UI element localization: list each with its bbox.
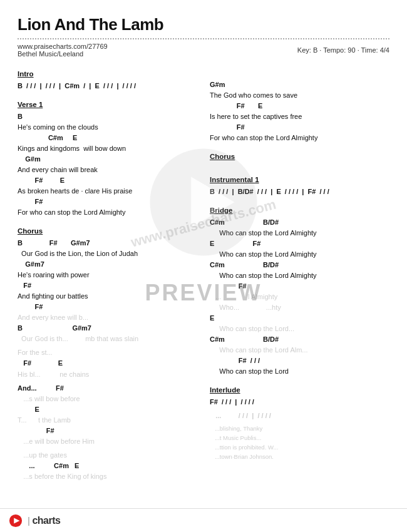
br-c6: C#m B/D# bbox=[210, 334, 389, 345]
bottom-logo-text: | charts bbox=[28, 515, 60, 526]
v1-l1: He's coming on the clouds bbox=[18, 122, 197, 133]
r-v1-c1: G#m bbox=[210, 79, 389, 90]
br-l6: Who can stop the Lord... bbox=[210, 324, 389, 334]
bottom-logo-prefix: | bbox=[28, 516, 29, 526]
ch-c9: F# bbox=[18, 426, 197, 436]
ch-c3: F# bbox=[18, 280, 197, 291]
v1-c5: F# bbox=[18, 197, 197, 207]
br-l8: Who can stop the Lord bbox=[210, 366, 389, 377]
ch-c8: E bbox=[18, 404, 197, 415]
br-l1: Who can stop the Lord Almighty bbox=[210, 228, 389, 238]
ch-l3: And fighting our battles bbox=[18, 291, 197, 302]
bottom-brand-text: charts bbox=[32, 515, 60, 526]
main-columns: Intro B / / / | / / / | C#m / | E / / / … bbox=[18, 64, 389, 482]
br-l2: Who can stop the Lord Almighty bbox=[210, 249, 389, 260]
ch-l2: He's roaring with power bbox=[18, 270, 197, 280]
br-c1: C#m B/D# bbox=[210, 217, 389, 228]
br-c3: C#m B/D# bbox=[210, 260, 389, 270]
section-instrumental-label: Instrumental 1 bbox=[210, 175, 389, 186]
interlude-c1: F# / / / | / / / / bbox=[210, 397, 389, 407]
extra-l1: ...up the gates bbox=[18, 450, 197, 461]
br-c4: F# bbox=[210, 281, 389, 292]
r-partial-l3: ...ttion is prohibited. W... bbox=[210, 443, 389, 453]
extra-l2: ...s before the King of kings bbox=[18, 471, 197, 482]
v1-l5: For who can stop the Lord Almighty bbox=[18, 207, 197, 218]
ch-l10: ...e will bow before Him bbox=[18, 436, 197, 447]
r-partial-c1: ... / / / | / / / / bbox=[210, 411, 389, 421]
subtitle-row: www.praisecharts.com/27769 Bethel Music/… bbox=[18, 43, 389, 58]
r-v1-l1: The God who comes to save bbox=[210, 90, 389, 101]
extra-c1: ... C#m E bbox=[18, 461, 197, 471]
br-l4: ... l Almighty bbox=[210, 292, 389, 302]
ch-l7: His bl... ne chains bbox=[18, 369, 197, 380]
section-chorus-right-label: Chorus bbox=[210, 151, 389, 163]
br-c2: E F# bbox=[210, 238, 389, 249]
section-verse1-label: Verse 1 bbox=[18, 100, 197, 111]
ch-c5: B G#m7 bbox=[18, 323, 197, 334]
song-url: www.praisecharts.com/27769 bbox=[18, 43, 108, 50]
song-attribution: Bethel Music/Leeland bbox=[18, 50, 83, 58]
ch-l8: ...s will bow before bbox=[18, 394, 197, 404]
ch-c4: F# bbox=[18, 302, 197, 312]
v1-l4: As broken hearts de · clare His praise bbox=[18, 186, 197, 197]
ch-l1: Our God is the Lion, the Lion of Judah bbox=[18, 248, 197, 259]
key-tempo-time: Key: B · Tempo: 90 · Time: 4/4 bbox=[297, 46, 389, 54]
left-column: Intro B / / / | / / / | C#m / | E / / / … bbox=[18, 64, 197, 482]
v1-l3: And every chain will break bbox=[18, 165, 197, 175]
r-partial-l2: ...t Music Publis... bbox=[210, 434, 389, 443]
v1-c4: F# E bbox=[18, 175, 197, 186]
r-partial-l1: ...blishing, Thanky bbox=[210, 424, 389, 434]
r-v1-c3: F# bbox=[210, 122, 389, 133]
right-column: G#m The God who comes to save F# E Is he… bbox=[210, 64, 389, 482]
section-chorus-label: Chorus bbox=[18, 226, 197, 237]
br-l7: Who can stop the Lord Alm... bbox=[210, 345, 389, 356]
title-divider bbox=[18, 38, 389, 39]
intro-chord: B / / / | / / / | C#m / | E / / / | / / … bbox=[18, 81, 197, 91]
v1-l2: Kings and kingdoms will bow down bbox=[18, 143, 197, 154]
section-intro-label: Intro bbox=[18, 69, 197, 80]
ch-c7: And... F# bbox=[18, 383, 197, 394]
v1-c3: G#m bbox=[18, 154, 197, 165]
br-l3: Who can stop the Lord Almighty bbox=[210, 270, 389, 281]
bottom-bar: | charts bbox=[0, 508, 407, 532]
r-v1-c2: F# E bbox=[210, 101, 389, 111]
bottom-play-icon bbox=[9, 514, 23, 528]
ch-c2: G#m7 bbox=[18, 259, 197, 270]
section-interlude-label: Interlude bbox=[210, 385, 389, 396]
br-c5: E bbox=[210, 313, 389, 324]
song-title: Lion And The Lamb bbox=[18, 15, 389, 34]
r-v1-l3: For who can stop the Lord Almighty bbox=[210, 133, 389, 143]
subtitle-left: www.praisecharts.com/27769 Bethel Music/… bbox=[18, 43, 108, 58]
inst-c1: B / / / | B/D# / / / | E / / / / | F# / … bbox=[210, 187, 389, 197]
br-l5: Who... ...hty bbox=[210, 302, 389, 313]
br-c7: F# / / / bbox=[210, 356, 389, 366]
ch-l9: T... t the Lamb bbox=[18, 415, 197, 426]
section-bridge-label: Bridge bbox=[210, 205, 389, 217]
r-partial-l4: ...town·Brian Johnson. bbox=[210, 453, 389, 462]
r-v1-l2: Is here to set the captives free bbox=[210, 111, 389, 122]
v1-c2: C#m E bbox=[18, 133, 197, 143]
v1-c1: B bbox=[18, 111, 197, 122]
ch-c6: F# E bbox=[18, 358, 197, 369]
page: Lion And The Lamb www.praisecharts.com/2… bbox=[0, 0, 407, 532]
ch-l4: And every knee will b... bbox=[18, 312, 197, 323]
ch-l6: For the st... bbox=[18, 347, 197, 358]
ch-l5: Our God is th... mb that was slain bbox=[18, 334, 197, 344]
ch-c1: B F# G#m7 bbox=[18, 238, 197, 248]
